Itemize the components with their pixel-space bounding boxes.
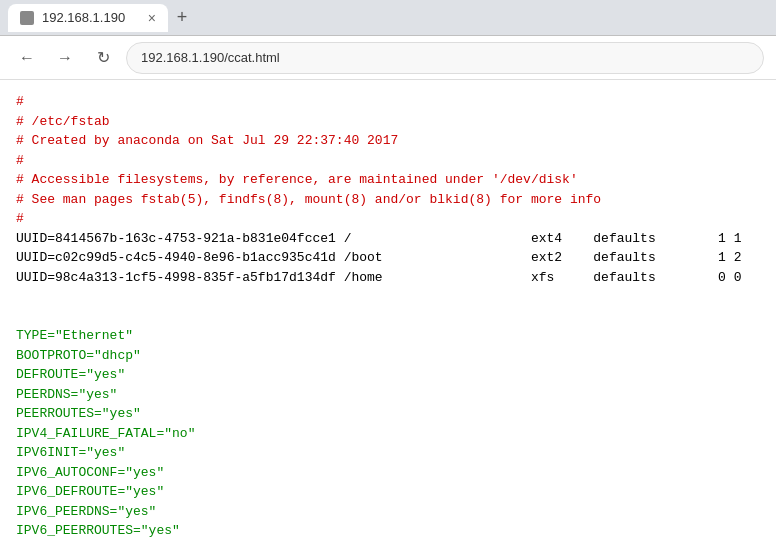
tab-close-button[interactable]: ×: [148, 10, 156, 26]
page-content: # # /etc/fstab # Created by anaconda on …: [0, 80, 776, 542]
nav-bar: ← → ↻ 192.168.1.190/ccat.html: [0, 36, 776, 80]
address-text: 192.168.1.190/ccat.html: [141, 50, 280, 65]
tab-title: 192.168.1.190: [42, 10, 125, 25]
title-bar: 192.168.1.190 × +: [0, 0, 776, 36]
browser-tab[interactable]: 192.168.1.190 ×: [8, 4, 168, 32]
refresh-button[interactable]: ↻: [88, 43, 118, 73]
tab-favicon: [20, 11, 34, 25]
back-button[interactable]: ←: [12, 43, 42, 73]
address-bar[interactable]: 192.168.1.190/ccat.html: [126, 42, 764, 74]
forward-button[interactable]: →: [50, 43, 80, 73]
new-tab-button[interactable]: +: [168, 4, 196, 32]
